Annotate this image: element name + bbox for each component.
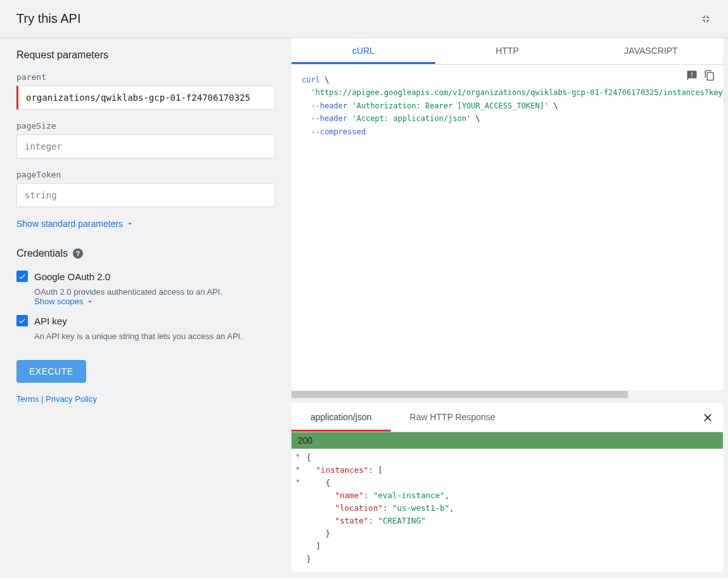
horizontal-scrollbar[interactable] [291, 390, 723, 398]
param-label-pagetoken: pageToken [16, 170, 275, 179]
execute-button[interactable]: EXECUTE [16, 360, 86, 383]
panel-header: Try this API [0, 0, 728, 38]
checkbox-apikey[interactable] [16, 315, 28, 326]
terms-link[interactable]: Terms [16, 394, 39, 404]
checkbox-oauth[interactable] [16, 271, 28, 282]
json-fold-icon[interactable]: ▼ [294, 464, 302, 473]
chevron-down-icon [125, 219, 134, 228]
close-icon[interactable] [701, 411, 714, 424]
oauth-label: Google OAuth 2.0 [34, 271, 110, 282]
json-fold-icon[interactable]: ▼ [294, 477, 302, 485]
show-scopes-link[interactable]: Show scopes [34, 297, 94, 306]
json-body[interactable]: ▼ { ▼ "instances": [ ▼ { "name": "eval-i… [291, 449, 723, 572]
param-input-parent[interactable] [16, 86, 275, 110]
param-label-pagesize: pageSize [16, 121, 275, 131]
status-code: 200 [291, 432, 723, 449]
privacy-link[interactable]: Privacy Policy [46, 394, 97, 404]
param-label-parent: parent [16, 72, 275, 82]
apikey-desc: An API key is a unique string that lets … [34, 331, 275, 341]
feedback-icon[interactable] [686, 70, 699, 82]
param-input-pagetoken[interactable] [16, 183, 275, 207]
tab-raw-http[interactable]: Raw HTTP Response [391, 403, 514, 432]
code-body[interactable]: curl \ 'https://apigee.googleapis.com/v1… [291, 65, 723, 390]
chevron-down-icon [86, 297, 94, 306]
response-card: application/json Raw HTTP Response 200 ▼… [291, 403, 723, 572]
tab-application-json[interactable]: application/json [291, 403, 391, 432]
help-icon[interactable]: ? [73, 248, 83, 259]
code-pane: cURL HTTP JAVASCRIPT curl \ 'https://api… [291, 38, 728, 577]
response-tabs: application/json Raw HTTP Response [291, 403, 723, 432]
footer-links: Terms | Privacy Policy [16, 394, 275, 404]
credentials-title: Credentials ? [16, 248, 275, 259]
copy-icon[interactable] [704, 70, 717, 82]
show-standard-params-link[interactable]: Show standard parameters [16, 219, 134, 229]
request-params-title: Request parameters [16, 49, 275, 61]
tab-http[interactable]: HTTP [435, 38, 579, 64]
panel-title: Try this API [16, 11, 81, 26]
tab-curl[interactable]: cURL [291, 38, 435, 64]
param-input-pagesize[interactable] [16, 134, 275, 158]
code-sample-card: cURL HTTP JAVASCRIPT curl \ 'https://api… [291, 38, 723, 398]
try-this-api-panel: Try this API Request parameters parent p… [0, 0, 728, 578]
code-tabs: cURL HTTP JAVASCRIPT [291, 38, 723, 65]
tab-javascript[interactable]: JAVASCRIPT [579, 38, 723, 64]
show-standard-params-label: Show standard parameters [16, 219, 123, 229]
request-pane: Request parameters parent pageSize pageT… [0, 38, 291, 577]
fullscreen-exit-icon[interactable] [700, 13, 712, 25]
json-fold-icon[interactable]: ▼ [294, 451, 302, 460]
oauth-desc: OAuth 2.0 provides authenticated access … [34, 287, 275, 306]
apikey-label: API key [34, 316, 67, 326]
